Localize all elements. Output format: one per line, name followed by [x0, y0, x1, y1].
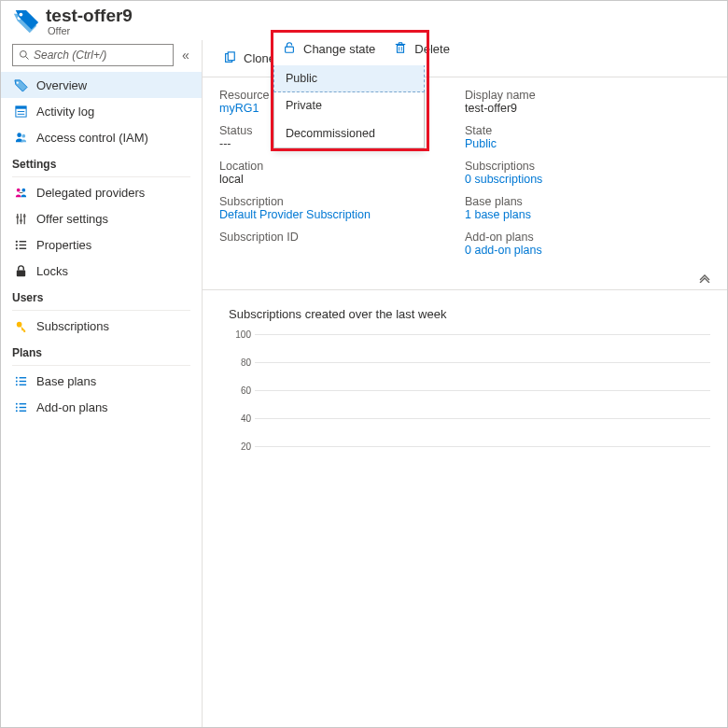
divider	[12, 310, 190, 311]
search-icon	[19, 49, 30, 61]
option-label: Decommissioned	[286, 127, 375, 140]
nav-delegated-providers[interactable]: Delegated providers	[1, 179, 202, 205]
nav-subscriptions[interactable]: Subscriptions	[1, 313, 202, 339]
svg-point-16	[16, 216, 19, 218]
svg-rect-40	[228, 51, 234, 60]
svg-point-33	[15, 402, 17, 404]
svg-rect-6	[15, 105, 25, 108]
state-option-public[interactable]: Public	[273, 64, 425, 92]
svg-point-1	[20, 13, 23, 17]
nav-label: Overview	[36, 78, 87, 92]
svg-point-31	[15, 384, 17, 385]
nav-addon-plans[interactable]: Add-on plans	[1, 394, 202, 420]
svg-point-29	[15, 380, 17, 382]
chart-title: Subscriptions created over the last week	[229, 307, 710, 321]
svg-rect-41	[286, 47, 294, 52]
toolbar-label: Delete	[414, 42, 450, 56]
nav-locks[interactable]: Locks	[1, 258, 202, 284]
nav-section-users: Users	[1, 284, 202, 308]
svg-point-23	[15, 247, 17, 249]
nav-activity-log[interactable]: Activity log	[1, 98, 202, 124]
chart-section: Subscriptions created over the last week…	[203, 289, 727, 474]
subscription-label: Subscription	[219, 195, 465, 208]
svg-point-9	[17, 133, 21, 137]
svg-point-17	[20, 218, 22, 221]
iam-icon	[12, 129, 29, 146]
offer-icon	[12, 8, 40, 36]
display-name-label: Display name	[465, 89, 710, 102]
settings-icon	[12, 210, 29, 227]
nav-access-control[interactable]: Access control (IAM)	[1, 124, 202, 150]
divider	[12, 176, 190, 177]
svg-rect-25	[16, 270, 24, 276]
option-label: Public	[286, 72, 317, 85]
change-state-button[interactable]: Change state	[273, 32, 385, 65]
subscription-id-label: Subscription ID	[219, 231, 465, 244]
divider	[12, 365, 190, 366]
list-icon	[12, 372, 29, 389]
list-icon	[12, 399, 29, 415]
state-option-private[interactable]: Private	[274, 91, 424, 119]
activity-log-icon	[12, 103, 29, 119]
unlock-icon	[283, 41, 298, 56]
svg-point-37	[15, 410, 17, 412]
svg-point-18	[22, 215, 25, 217]
state-label: State	[465, 124, 710, 137]
key-icon	[12, 317, 29, 334]
nav-label: Properties	[36, 238, 91, 252]
nav-section-plans: Plans	[1, 339, 202, 363]
details-right: Display nametest-offer9 StatePublic Subs…	[465, 89, 710, 266]
delete-button[interactable]: Delete	[385, 32, 459, 65]
nav-properties[interactable]: Properties	[1, 231, 202, 258]
nav-section-settings: Settings	[1, 150, 202, 175]
nav-label: Add-on plans	[36, 400, 108, 414]
state-option-decommissioned[interactable]: Decommissioned	[274, 119, 424, 147]
collapse-details-button[interactable]	[203, 272, 727, 286]
svg-point-11	[16, 188, 20, 191]
properties-icon	[12, 236, 29, 253]
svg-point-4	[16, 81, 18, 83]
location-value: local	[219, 173, 465, 186]
nav-offer-settings[interactable]: Offer settings	[1, 205, 202, 231]
state-value[interactable]: Public	[465, 137, 710, 150]
base-plans-value[interactable]: 1 base plans	[465, 208, 710, 221]
search-placeholder: Search (Ctrl+/)	[34, 49, 106, 62]
page-title: test-offer9	[46, 7, 133, 25]
change-state-menu: Public Private Decommissioned	[273, 64, 425, 148]
nav-label: Offer settings	[36, 212, 108, 226]
nav-label: Locks	[36, 264, 68, 278]
svg-point-19	[15, 240, 17, 242]
sidebar: Search (Ctrl+/) « Overview Activity log …	[1, 40, 203, 727]
svg-point-12	[21, 188, 25, 191]
toolbar-label: Change state	[303, 42, 375, 56]
lock-icon	[12, 262, 29, 279]
subs-value[interactable]: 0 subscriptions	[465, 173, 710, 186]
addon-plans-value[interactable]: 0 add-on plans	[465, 244, 710, 257]
svg-point-27	[15, 376, 17, 378]
option-label: Private	[286, 99, 322, 112]
nav-base-plans[interactable]: Base plans	[1, 368, 202, 394]
subscription-value[interactable]: Default Provider Subscription	[219, 208, 465, 221]
tag-icon	[12, 77, 29, 93]
nav-overview[interactable]: Overview	[1, 72, 202, 98]
svg-point-2	[21, 51, 27, 58]
location-label: Location	[219, 160, 465, 173]
subscriptions-chart: 20406080100	[229, 334, 710, 474]
delegated-icon	[12, 184, 29, 201]
svg-point-21	[15, 244, 17, 245]
chevron-up-icon	[699, 273, 710, 283]
svg-rect-42	[398, 45, 404, 52]
page-subtitle: Offer	[48, 25, 133, 36]
svg-line-3	[26, 57, 29, 60]
nav-label: Subscriptions	[36, 319, 109, 333]
collapse-sidebar-button[interactable]: «	[177, 48, 194, 63]
trash-icon	[394, 41, 409, 56]
nav-label: Activity log	[36, 105, 94, 119]
nav-label: Access control (IAM)	[36, 131, 148, 145]
addon-plans-label: Add-on plans	[465, 231, 710, 244]
nav-label: Delegated providers	[36, 186, 145, 200]
subs-label: Subscriptions	[465, 160, 710, 173]
search-input[interactable]: Search (Ctrl+/)	[12, 44, 174, 66]
base-plans-label: Base plans	[465, 195, 710, 208]
toolbar-overlay: Change state Delete	[273, 32, 459, 65]
